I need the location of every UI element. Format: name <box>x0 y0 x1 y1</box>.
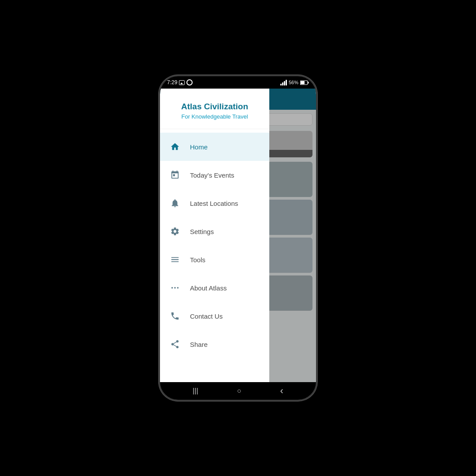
phone-device: 7:29 56% <box>159 75 317 401</box>
drawer-title: Atlas Civilization <box>169 102 260 112</box>
calendar-icon <box>167 167 183 183</box>
menu-item-tools-label: Tools <box>190 256 205 264</box>
home-icon <box>167 139 183 155</box>
menu-item-home-label: Home <box>190 143 208 151</box>
nav-drawer: Atlas Civilization For Knowledgeable Tra… <box>160 89 269 382</box>
gear-icon <box>167 223 183 239</box>
drawer-subtitle: For Knowledgeable Travel <box>169 113 260 120</box>
signal-icon <box>280 80 287 86</box>
time-display: 7:29 <box>167 79 177 86</box>
phone-nav-bar: ||| ○ ‹ <box>160 382 316 400</box>
home-button[interactable]: ○ <box>237 387 242 395</box>
back-button[interactable]: ‹ <box>280 385 283 397</box>
battery-icon <box>300 80 309 85</box>
svg-rect-2 <box>301 81 305 84</box>
svg-point-4 <box>174 287 176 289</box>
tools-icon <box>167 252 183 268</box>
menu-item-home[interactable]: Home <box>160 133 269 161</box>
gallery-icon <box>179 80 185 85</box>
status-bar-left: 7:29 <box>167 79 193 86</box>
power-button[interactable] <box>316 138 317 169</box>
drawer-menu: Home Today's Events <box>160 129 269 382</box>
menu-item-share[interactable]: Share <box>160 330 269 358</box>
signal-bar-4 <box>286 80 287 86</box>
menu-item-events[interactable]: Today's Events <box>160 161 269 189</box>
menu-item-locations-label: Latest Locations <box>190 200 238 207</box>
menu-item-locations[interactable]: Latest Locations <box>160 189 269 217</box>
status-bar: 7:29 56% <box>160 76 316 89</box>
volume-down-button[interactable] <box>159 156 160 178</box>
menu-item-events-label: Today's Events <box>190 171 234 179</box>
signal-bar-3 <box>284 81 285 86</box>
signal-bar-2 <box>282 82 283 86</box>
svg-point-5 <box>177 287 179 289</box>
signal-bar-1 <box>280 84 282 86</box>
battery-percent: 56% <box>289 80 298 85</box>
share-icon <box>167 336 183 352</box>
volume-up-button[interactable] <box>159 129 160 151</box>
drawer-header: Atlas Civilization For Knowledgeable Tra… <box>160 89 269 129</box>
more-icon <box>167 280 183 296</box>
phone-icon <box>167 308 183 324</box>
menu-item-about[interactable]: About Atlass <box>160 274 269 302</box>
svg-point-3 <box>171 287 173 289</box>
menu-item-contact[interactable]: Contact Us <box>160 302 269 330</box>
menu-item-settings[interactable]: Settings <box>160 217 269 245</box>
status-bar-right: 56% <box>280 80 309 86</box>
snapchat-icon <box>186 79 193 86</box>
menu-item-about-label: About Atlass <box>190 284 227 292</box>
bell-icon <box>167 195 183 211</box>
menu-item-share-label: Share <box>190 341 208 348</box>
menu-item-settings-label: Settings <box>190 228 214 235</box>
menu-item-contact-label: Contact Us <box>190 312 223 320</box>
recents-button[interactable]: ||| <box>193 387 198 395</box>
menu-item-tools[interactable]: Tools <box>160 245 269 274</box>
svg-rect-1 <box>308 82 309 83</box>
